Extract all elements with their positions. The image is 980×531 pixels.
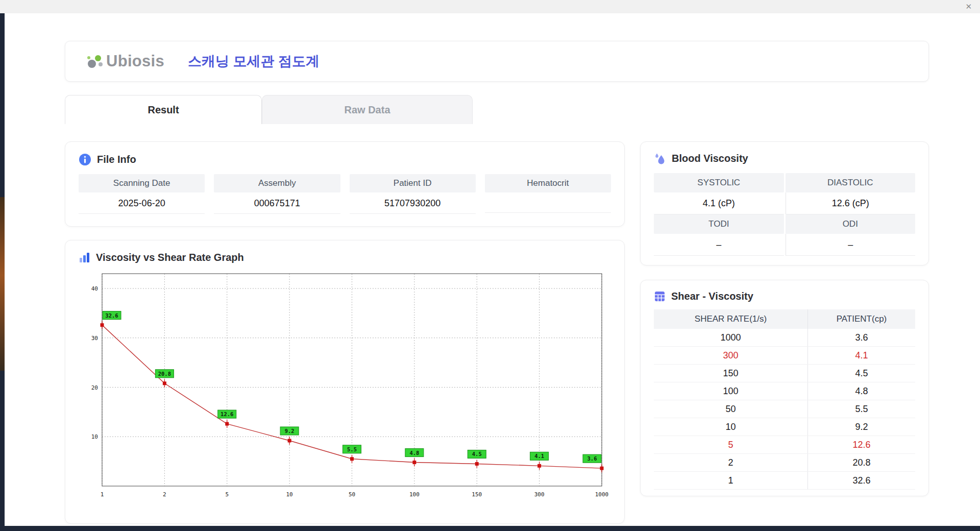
svg-text:9.2: 9.2 [285, 428, 295, 434]
logo-dots-icon [86, 53, 104, 70]
table-row-shear-1000: 10003.6 [654, 329, 915, 347]
bar-chart-icon [79, 252, 90, 263]
file-info-field-assembly: Assembly000675171 [214, 174, 340, 214]
field-value-hematocrit [485, 192, 611, 213]
svg-text:40: 40 [91, 285, 98, 292]
tab-result[interactable]: Result [65, 95, 262, 124]
shear-viscosity-card: Shear - Viscosity SHEAR RATE(1/s) PATIEN… [640, 280, 929, 496]
shear-rate-cell: 50 [654, 400, 808, 418]
viscosity-chart: 125105010015030010001020304032.620.812.6… [79, 270, 612, 510]
field-label-scanning-date: Scanning Date [79, 174, 205, 192]
svg-text:12.6: 12.6 [220, 411, 233, 417]
table-row-shear-100: 1004.8 [654, 382, 915, 400]
svg-text:2: 2 [163, 491, 166, 498]
patient-cp-cell: 3.6 [808, 329, 916, 347]
patient-cp-cell: 4.5 [808, 365, 916, 382]
odi-label: ODI [786, 214, 916, 234]
svg-text:150: 150 [472, 491, 482, 498]
svg-text:1: 1 [101, 491, 104, 498]
table-row-shear-1: 132.6 [654, 472, 915, 490]
file-info-title-row: File Info [79, 153, 611, 166]
tab-bar: Result Raw Data [65, 95, 929, 124]
patient-cp-cell: 9.2 [808, 418, 916, 436]
file-info-card: File Info Scanning Date2025-06-20Assembl… [65, 141, 625, 227]
close-icon[interactable]: ✕ [965, 2, 972, 12]
patient-cp-cell: 5.5 [808, 400, 916, 418]
right-column: Blood Viscosity SYSTOLIC DIASTOLIC 4.1 (… [640, 141, 929, 496]
todi-label: TODI [654, 214, 784, 234]
patient-cp-cell: 20.8 [808, 454, 916, 472]
field-label-patient-id: Patient ID [350, 174, 476, 192]
blood-viscosity-card: Blood Viscosity SYSTOLIC DIASTOLIC 4.1 (… [640, 141, 929, 266]
shear-rate-cell: 10 [654, 418, 808, 436]
table-row-shear-5: 512.6 [654, 436, 915, 454]
patient-cp-cell: 4.1 [808, 347, 916, 365]
svg-text:4.8: 4.8 [409, 450, 419, 456]
logo: Ubiosis [86, 52, 164, 70]
svg-text:5: 5 [225, 491, 229, 498]
file-info-title: File Info [97, 154, 136, 165]
todi-value: – [654, 234, 784, 256]
table-row-shear-50: 505.5 [654, 400, 915, 418]
svg-text:3.6: 3.6 [587, 455, 597, 462]
shear-rate-cell: 100 [654, 382, 808, 400]
app-header: Ubiosis 스캐닝 모세관 점도계 [65, 41, 929, 82]
shear-rate-cell: 1 [654, 472, 808, 490]
table-row-shear-150: 1504.5 [654, 365, 915, 382]
svg-text:1000: 1000 [595, 491, 609, 498]
bottom-edge-strip [0, 526, 980, 531]
graph-title-row: Viscosity vs Shear Rate Graph [79, 252, 611, 263]
svg-text:20: 20 [91, 384, 98, 391]
info-icon [79, 153, 91, 166]
graph-card: Viscosity vs Shear Rate Graph 1251050100… [65, 240, 625, 524]
svg-text:4.1: 4.1 [534, 453, 544, 459]
app-window: Ubiosis 스캐닝 모세관 점도계 Result Raw Data File… [5, 13, 980, 526]
logo-text: Ubiosis [106, 52, 164, 70]
patient-cp-cell: 32.6 [808, 472, 916, 490]
svg-text:4.5: 4.5 [472, 451, 482, 457]
svg-text:300: 300 [534, 491, 545, 498]
svg-text:30: 30 [91, 335, 98, 342]
blood-viscosity-title: Blood Viscosity [672, 153, 748, 164]
systolic-label: SYSTOLIC [654, 173, 784, 192]
svg-text:10: 10 [286, 491, 293, 498]
file-info-fields: Scanning Date2025-06-20Assembly000675171… [79, 174, 611, 214]
shear-rate-cell: 5 [654, 436, 808, 454]
shear-rate-cell: 150 [654, 365, 808, 382]
odi-value: – [786, 234, 916, 256]
svg-text:100: 100 [409, 491, 420, 498]
diastolic-label: DIASTOLIC [786, 173, 916, 192]
svg-text:20.8: 20.8 [158, 371, 171, 377]
shear-viscosity-title-row: Shear - Viscosity [654, 291, 915, 302]
tab-raw-data[interactable]: Raw Data [262, 95, 473, 124]
field-label-assembly: Assembly [214, 174, 340, 192]
left-column: File Info Scanning Date2025-06-20Assembl… [65, 141, 625, 524]
field-value-patient-id: 51707930200 [350, 192, 476, 214]
svg-text:10: 10 [91, 433, 98, 440]
svg-text:5.5: 5.5 [347, 446, 357, 452]
page-title: 스캐닝 모세관 점도계 [188, 52, 320, 70]
left-edge-strip [0, 13, 5, 531]
table-row-shear-300: 3004.1 [654, 347, 915, 365]
droplet-icon [654, 152, 666, 165]
grid-table-icon [654, 291, 666, 302]
table-row-shear-10: 109.2 [654, 418, 915, 436]
shear-viscosity-table-body: 10003.63004.11504.51004.8505.5109.2512.6… [654, 329, 915, 490]
field-value-assembly: 000675171 [214, 192, 340, 214]
shear-rate-cell: 300 [654, 347, 808, 365]
main-content: File Info Scanning Date2025-06-20Assembl… [65, 141, 929, 524]
blood-viscosity-grid: SYSTOLIC DIASTOLIC 4.1 (cP) 12.6 (cP) TO… [654, 173, 915, 256]
column-header-patient: PATIENT(cp) [808, 309, 916, 329]
file-info-field-scanning-date: Scanning Date2025-06-20 [79, 174, 205, 214]
diastolic-value: 12.6 (cP) [786, 192, 916, 214]
field-value-scanning-date: 2025-06-20 [79, 192, 205, 214]
background-artifact [0, 197, 5, 371]
column-header-shear-rate: SHEAR RATE(1/s) [654, 309, 808, 329]
shear-rate-cell: 1000 [654, 329, 808, 347]
shear-viscosity-title: Shear - Viscosity [671, 291, 753, 302]
field-label-hematocrit: Hematocrit [485, 174, 611, 192]
file-info-field-patient-id: Patient ID51707930200 [350, 174, 476, 214]
blood-viscosity-title-row: Blood Viscosity [654, 152, 915, 165]
shear-viscosity-table: SHEAR RATE(1/s) PATIENT(cp) 10003.63004.… [654, 309, 915, 490]
file-info-field-hematocrit: Hematocrit [485, 174, 611, 214]
